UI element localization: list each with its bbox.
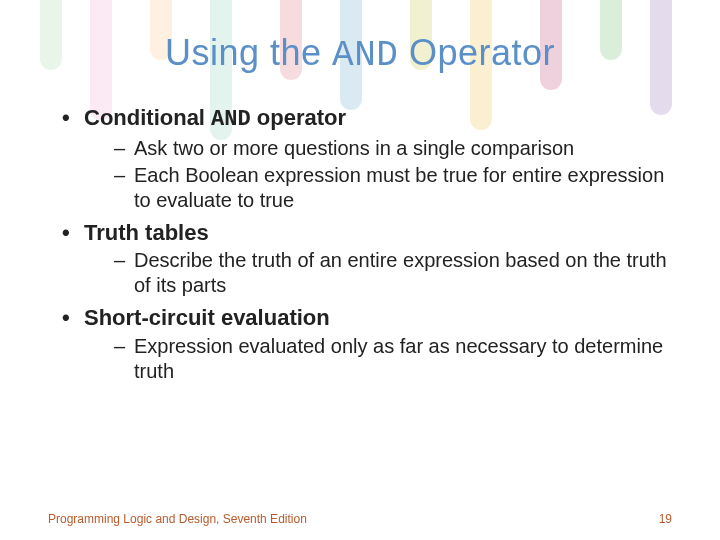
sub-bullet-item: Expression evaluated only as far as nece… [114, 334, 672, 384]
bullet-label: Conditional AND operator [84, 105, 346, 130]
bullet-label: Truth tables [84, 220, 209, 245]
sub-bullet-list: Describe the truth of an entire expressi… [84, 248, 672, 298]
bullet-list: Conditional AND operatorAsk two or more … [48, 104, 672, 384]
slide-title: Using the AND Operator [48, 32, 672, 76]
title-post: Operator [398, 32, 555, 73]
bullet-label: Short-circuit evaluation [84, 305, 330, 330]
bullet-item: Truth tablesDescribe the truth of an ent… [62, 219, 672, 299]
slide-content: Conditional AND operatorAsk two or more … [48, 104, 672, 384]
slide-footer: Programming Logic and Design, Seventh Ed… [48, 512, 672, 526]
bullet-item: Short-circuit evaluationExpression evalu… [62, 304, 672, 384]
title-pre: Using the [165, 32, 332, 73]
sub-bullet-list: Ask two or more questions in a single co… [84, 136, 672, 213]
title-mono: AND [332, 35, 398, 76]
sub-bullet-item: Describe the truth of an entire expressi… [114, 248, 672, 298]
sub-bullet-list: Expression evaluated only as far as nece… [84, 334, 672, 384]
sub-bullet-item: Ask two or more questions in a single co… [114, 136, 672, 161]
footer-page-number: 19 [659, 512, 672, 526]
sub-bullet-item: Each Boolean expression must be true for… [114, 163, 672, 213]
footer-source: Programming Logic and Design, Seventh Ed… [48, 512, 307, 526]
slide: Using the AND Operator Conditional AND o… [0, 0, 720, 540]
bullet-item: Conditional AND operatorAsk two or more … [62, 104, 672, 213]
